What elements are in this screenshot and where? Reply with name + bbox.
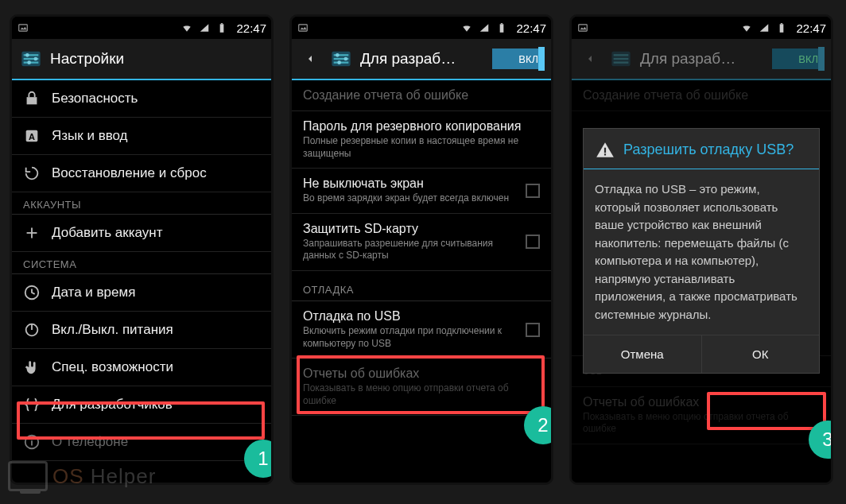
row-subtitle: Полные резервные копии в настоящее время… bbox=[303, 135, 540, 160]
page-title: Для разраб… bbox=[640, 50, 764, 68]
row-title: Защитить SD-карту bbox=[303, 222, 540, 236]
cancel-button[interactable]: Отмена bbox=[584, 335, 702, 373]
action-bar: Настройки bbox=[12, 39, 271, 80]
checkbox[interactable] bbox=[526, 235, 540, 249]
svg-rect-27 bbox=[501, 23, 503, 24]
phone-screen-3: 22:47 Для разраб… ВКЛ Создание отчета об… bbox=[569, 14, 833, 485]
dev-options-list[interactable]: Создание отчета об ошибке Пароль для рез… bbox=[292, 80, 551, 416]
back-icon[interactable] bbox=[300, 48, 322, 70]
svg-marker-41 bbox=[588, 56, 592, 62]
svg-text:A: A bbox=[29, 132, 35, 142]
svg-rect-39 bbox=[780, 24, 784, 32]
checkbox[interactable] bbox=[526, 323, 540, 337]
row-developer-options[interactable]: Для разработчиков bbox=[12, 386, 271, 424]
svg-point-9 bbox=[25, 53, 29, 57]
svg-rect-44 bbox=[614, 58, 629, 60]
battery-icon bbox=[215, 22, 228, 33]
clock-text: 22:47 bbox=[516, 21, 546, 35]
usb-debug-dialog: Разрешить отладку USB? Отладка по USB – … bbox=[583, 128, 820, 374]
signal-icon bbox=[478, 22, 491, 33]
svg-rect-3 bbox=[220, 24, 224, 32]
category-debug: ОТЛАДКА bbox=[292, 271, 551, 301]
settings-icon bbox=[330, 48, 352, 70]
row-label: Вкл./Выкл. питания bbox=[52, 322, 173, 338]
action-bar: Для разраб… ВКЛ bbox=[292, 39, 551, 80]
watermark: OS Helper bbox=[8, 461, 156, 491]
svg-rect-48 bbox=[604, 153, 606, 155]
battery-icon bbox=[775, 22, 788, 33]
svg-marker-2 bbox=[200, 24, 209, 31]
action-bar: Для разраб… ВКЛ bbox=[572, 39, 831, 80]
restore-icon bbox=[23, 165, 41, 182]
status-bar: 22:47 bbox=[292, 17, 551, 39]
settings-icon bbox=[20, 48, 42, 70]
row-date-time[interactable]: Дата и время bbox=[12, 274, 271, 312]
phone-screen-2: 22:47 Для разраб… ВКЛ Создание отчета об… bbox=[289, 14, 553, 485]
row-backup-password[interactable]: Пароль для резервного копирования Полные… bbox=[292, 111, 551, 169]
row-about-phone[interactable]: О телефоне bbox=[12, 424, 271, 461]
category-system: СИСТЕМА bbox=[12, 252, 271, 274]
svg-rect-47 bbox=[604, 148, 606, 153]
svg-rect-23 bbox=[299, 25, 308, 31]
warning-icon bbox=[595, 140, 615, 161]
svg-marker-28 bbox=[309, 56, 312, 62]
row-security[interactable]: Безопасность bbox=[12, 80, 271, 118]
svg-point-35 bbox=[337, 60, 341, 64]
svg-point-10 bbox=[34, 57, 38, 61]
row-accessibility[interactable]: Спец. возможности bbox=[12, 349, 271, 386]
row-language[interactable]: A Язык и ввод bbox=[12, 118, 271, 155]
image-icon bbox=[297, 22, 309, 33]
row-stay-awake[interactable]: Не выключать экран Во время зарядки экра… bbox=[292, 169, 551, 214]
row-label: Для разработчиков bbox=[52, 397, 173, 413]
row-subtitle: Показывать в меню опцию отправки отчета … bbox=[303, 382, 540, 407]
svg-rect-43 bbox=[614, 54, 629, 56]
ok-button[interactable]: ОК bbox=[702, 335, 820, 373]
info-icon bbox=[23, 433, 41, 451]
row-usb-debugging[interactable]: Отладка по USB Включить режим отладки пр… bbox=[292, 301, 551, 359]
battery-icon bbox=[495, 22, 508, 33]
row-bug-reports-menu[interactable]: Отчеты об ошибках Показывать в меню опци… bbox=[292, 359, 551, 416]
signal-icon bbox=[758, 22, 770, 33]
row-title: Отчеты об ошибках bbox=[303, 366, 540, 381]
settings-list[interactable]: Безопасность A Язык и ввод Восстановлени… bbox=[12, 80, 271, 461]
dialog-body: Отладка по USB – это режим, который позв… bbox=[584, 169, 819, 335]
row-protect-sd[interactable]: Защитить SD-карту Запрашивать разрешение… bbox=[292, 214, 551, 271]
row-label: Спец. возможности bbox=[52, 359, 173, 375]
svg-rect-12 bbox=[27, 97, 37, 104]
row-label: Восстановление и сброс bbox=[52, 165, 207, 181]
signal-icon bbox=[198, 22, 211, 33]
row-power[interactable]: Вкл./Выкл. питания bbox=[12, 312, 271, 349]
svg-point-34 bbox=[344, 57, 348, 61]
row-subtitle: Во время зарядки экран будет всегда вклю… bbox=[303, 192, 540, 205]
image-icon bbox=[576, 22, 589, 33]
svg-marker-1 bbox=[21, 27, 27, 30]
master-switch: ВКЛ bbox=[772, 48, 823, 69]
lock-icon bbox=[23, 90, 41, 107]
checkbox[interactable] bbox=[526, 184, 540, 198]
clock-text: 22:47 bbox=[236, 21, 266, 35]
phone-screen-1: 22:47 Настройки Безопасность A Язык и вв… bbox=[10, 14, 274, 485]
svg-point-33 bbox=[336, 53, 340, 57]
step-badge-1: 1 bbox=[244, 440, 274, 478]
status-bar: 22:47 bbox=[572, 17, 831, 39]
row-label: Добавить аккаунт bbox=[52, 225, 163, 241]
row-backup-reset[interactable]: Восстановление и сброс bbox=[12, 155, 271, 192]
svg-rect-40 bbox=[781, 23, 782, 24]
image-icon bbox=[17, 22, 29, 33]
svg-rect-0 bbox=[19, 25, 28, 31]
watermark-text: OS Helper bbox=[52, 464, 156, 489]
svg-marker-37 bbox=[580, 27, 587, 30]
master-switch[interactable]: ВКЛ bbox=[492, 48, 543, 69]
dialog-title: Разрешить отладку USB? bbox=[623, 142, 794, 159]
hand-icon bbox=[23, 359, 41, 376]
svg-rect-26 bbox=[500, 24, 504, 32]
clock-icon bbox=[23, 284, 41, 301]
back-icon bbox=[580, 48, 602, 70]
power-icon bbox=[23, 321, 41, 339]
row-add-account[interactable]: Добавить аккаунт bbox=[12, 215, 271, 252]
settings-icon bbox=[610, 48, 632, 70]
row-label: Дата и время bbox=[52, 285, 135, 300]
row-bug-report[interactable]: Создание отчета об ошибке bbox=[292, 80, 551, 111]
category-accounts: АККАУНТЫ bbox=[12, 192, 271, 215]
row-title: Отладка по USB bbox=[303, 309, 540, 324]
